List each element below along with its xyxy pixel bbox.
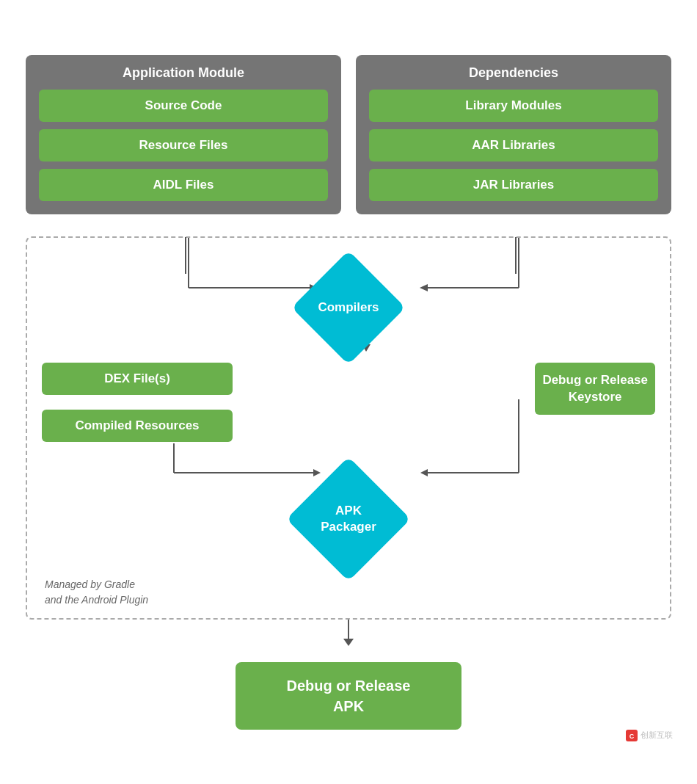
gradle-note: Managed by Gradle and the Android Plugin	[45, 577, 148, 608]
library-modules-btn: Library Modules	[369, 90, 658, 122]
final-apk-row: Debug or Release APK	[26, 662, 671, 730]
compiled-resources-btn: Compiled Resources	[42, 410, 233, 442]
jar-libraries-btn: JAR Libraries	[369, 169, 658, 201]
final-arrow-shaft	[348, 620, 349, 640]
packager-diamond-wrapper: APK Packager	[290, 479, 407, 559]
gradle-line1: Managed by Gradle	[45, 577, 148, 592]
application-module-title: Application Module	[39, 65, 328, 81]
svg-text:C: C	[630, 733, 635, 740]
left-col: DEX File(s) Compiled Resources	[42, 363, 233, 442]
diagram: Application Module Source Code Resource …	[18, 40, 679, 744]
packager-label: APK Packager	[321, 502, 376, 534]
watermark-icon: C	[626, 730, 638, 741]
dependencies-box: Dependencies Library Modules AAR Librari…	[356, 55, 671, 214]
dependencies-title: Dependencies	[369, 65, 658, 81]
watermark: C 创新互联	[626, 730, 673, 741]
aidl-files-btn: AIDL Files	[39, 169, 328, 201]
final-apk-btn: Debug or Release APK	[236, 662, 462, 730]
right-col: Debug or Release Keystore	[247, 363, 655, 415]
compilers-diamond-wrapper: Compilers	[290, 275, 407, 341]
compilers-row: Compilers	[42, 275, 655, 341]
dashed-area: Compilers DEX File(s) Compiled Resources…	[26, 236, 671, 620]
keystore-btn: Debug or Release Keystore	[535, 363, 655, 415]
gradle-line2: and the Android Plugin	[45, 592, 148, 608]
packager-row: APK Packager	[42, 479, 655, 559]
svg-marker-10	[313, 469, 321, 476]
svg-marker-13	[420, 469, 428, 476]
final-arrow-head	[343, 639, 354, 646]
source-code-btn: Source Code	[39, 90, 328, 122]
dex-files-btn: DEX File(s)	[42, 363, 233, 395]
application-module-box: Application Module Source Code Resource …	[26, 55, 341, 214]
compilers-label: Compilers	[318, 300, 379, 315]
aar-libraries-btn: AAR Libraries	[369, 129, 658, 161]
resource-files-btn: Resource Files	[39, 129, 328, 161]
top-row: Application Module Source Code Resource …	[26, 55, 671, 214]
middle-row: DEX File(s) Compiled Resources Debug or …	[42, 363, 655, 442]
